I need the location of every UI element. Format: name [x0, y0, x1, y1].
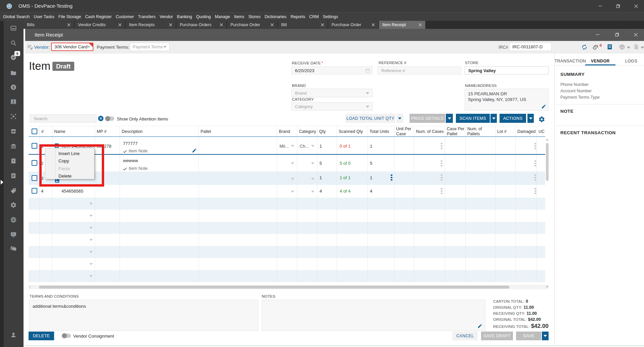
sidebar-stores-icon[interactable]: [10, 128, 17, 135]
sidebar-orders-icon[interactable]: [10, 172, 17, 179]
delete-button[interactable]: DELETE: [29, 332, 54, 340]
menu-item-items[interactable]: Items: [234, 14, 245, 19]
notes-textarea[interactable]: [262, 300, 485, 331]
empty-table-row[interactable]: [29, 270, 545, 282]
tab-close-icon[interactable]: [65, 23, 74, 27]
menu-item-user-tasks[interactable]: User Tasks: [34, 14, 54, 19]
column-header[interactable]: Num. of Cases: [416, 126, 445, 137]
price-details-button[interactable]: PRICE DETAILS: [410, 114, 445, 123]
reference-field[interactable]: Reference #: [378, 66, 461, 75]
calendar-icon[interactable]: [365, 68, 370, 74]
row-checkbox[interactable]: [32, 160, 37, 166]
actions-dropdown[interactable]: [527, 114, 534, 123]
panel-tab-vendor[interactable]: VENDOR: [589, 56, 612, 65]
menu-item-crm[interactable]: CRM: [309, 14, 319, 19]
column-header[interactable]: Scanned Qty: [339, 126, 368, 137]
doc-close-button[interactable]: [628, 29, 643, 40]
row-menu-icon[interactable]: [441, 188, 443, 194]
row-name-dropdown-icon[interactable]: [89, 239, 93, 241]
row-menu-icon[interactable]: [534, 188, 536, 194]
menu-item-banking[interactable]: Banking: [177, 14, 192, 19]
scroll-down-icon[interactable]: [546, 286, 549, 288]
column-header[interactable]: Lot #: [497, 126, 515, 137]
actions-button[interactable]: ACTIONS: [500, 114, 526, 123]
column-header[interactable]: Category: [299, 126, 317, 137]
row-menu-icon[interactable]: [441, 160, 443, 166]
document-tab[interactable]: Purchase Order: [227, 21, 277, 29]
sidebar-payments-icon[interactable]: $: [10, 84, 17, 91]
save-draft-button[interactable]: SAVE DRAFT: [481, 332, 513, 340]
tab-close-icon[interactable]: [319, 23, 328, 27]
menu-item-cash-register[interactable]: Cash Register: [85, 14, 112, 19]
column-header[interactable]: Pallet: [201, 126, 277, 137]
select-all-checkbox[interactable]: [32, 129, 37, 134]
empty-table-row[interactable]: [29, 234, 545, 246]
save-button[interactable]: SAVE: [516, 332, 541, 340]
tab-close-icon[interactable]: [167, 23, 176, 27]
load-total-unit-qty-dropdown[interactable]: [396, 114, 403, 123]
row-menu-icon[interactable]: [534, 143, 536, 149]
app-close-button[interactable]: [628, 0, 644, 12]
table-settings-gear-icon[interactable]: [538, 116, 545, 123]
row-menu-icon[interactable]: [441, 175, 443, 181]
tab-close-icon[interactable]: [218, 23, 226, 27]
brand-select[interactable]: Brand: [291, 89, 373, 97]
column-header[interactable]: Brand: [279, 126, 297, 137]
sidebar-cash-register-icon[interactable]: [10, 25, 17, 32]
column-header[interactable]: Name: [54, 126, 95, 137]
sidebar-help-tasks-icon[interactable]: ?: [10, 157, 17, 164]
column-header[interactable]: Description: [122, 126, 199, 137]
empty-table-row[interactable]: [29, 246, 545, 258]
doc-minimize-button[interactable]: [590, 29, 605, 40]
tab-close-icon[interactable]: [116, 23, 125, 27]
cell-dropdown-icon[interactable]: [311, 178, 314, 180]
menu-item-reports[interactable]: Reports: [291, 14, 305, 19]
document-tab[interactable]: Purchase Order: [328, 21, 378, 29]
cell-dropdown-icon[interactable]: [311, 162, 314, 164]
document-tab[interactable]: Item Receipt: [379, 21, 425, 29]
receive-date-field[interactable]: 6/20/2023: [291, 66, 373, 75]
row-checkbox[interactable]: [32, 188, 37, 194]
empty-table-row[interactable]: [29, 258, 545, 270]
menu-item-quoting[interactable]: Quoting: [196, 14, 211, 19]
menu-item-stores[interactable]: Stores: [248, 14, 260, 19]
sidebar-user-icon[interactable]: [10, 332, 17, 338]
empty-table-row[interactable]: [29, 210, 545, 222]
sidebar-search-icon[interactable]: [10, 40, 17, 46]
tab-close-icon[interactable]: [417, 23, 425, 27]
sidebar-expand-arrow-icon[interactable]: [1, 180, 3, 185]
sidebar-web-icon[interactable]: [10, 216, 17, 223]
menu-item-global-search[interactable]: Global Search: [3, 14, 30, 19]
sidebar-tags-icon[interactable]: [10, 187, 17, 194]
export-dropdown-icon[interactable]: [641, 47, 644, 49]
sidebar-customers-icon[interactable]: [10, 98, 17, 105]
cell-dropdown-icon[interactable]: [311, 191, 314, 193]
vertical-scrollbar[interactable]: [545, 138, 549, 289]
name-address-box[interactable]: 15 PEARLMAN DR Spring Valley, NY, 10977,…: [465, 89, 549, 111]
edit-notes-icon[interactable]: [477, 324, 482, 329]
scroll-up-icon[interactable]: [546, 139, 549, 141]
row-name-dropdown-icon[interactable]: [89, 227, 93, 229]
receipt-icon[interactable]: [606, 44, 613, 50]
sidebar-messages-icon[interactable]: [10, 246, 17, 252]
cell-dropdown-icon[interactable]: [311, 145, 314, 147]
print-dropdown-icon[interactable]: [627, 47, 630, 49]
vendor-combobox[interactable]: 306 Vendor Card: [51, 43, 93, 51]
refresh-icon[interactable]: [581, 44, 588, 50]
search-input[interactable]: Search: [30, 114, 96, 122]
horizontal-scrollbar-thumb[interactable]: [39, 286, 509, 289]
menu-item-file-storage[interactable]: File Storage: [58, 14, 81, 19]
attention-toggle[interactable]: [105, 116, 114, 121]
vertical-scrollbar-thumb[interactable]: [546, 143, 549, 181]
scan-items-dropdown[interactable]: [490, 114, 497, 123]
document-tab[interactable]: Bills: [24, 21, 74, 29]
panel-tab-transaction[interactable]: TRANSACTION: [557, 56, 584, 65]
empty-table-row[interactable]: [29, 222, 545, 234]
column-header[interactable]: Case Per Pallet: [447, 126, 465, 137]
menu-item-dictionaries[interactable]: Dictionaries: [264, 14, 286, 19]
tab-close-icon[interactable]: [370, 23, 378, 27]
column-header[interactable]: #: [41, 126, 52, 137]
row-checkbox[interactable]: [32, 143, 37, 149]
row-menu-icon[interactable]: [534, 160, 536, 166]
column-header[interactable]: Qty: [319, 126, 337, 137]
